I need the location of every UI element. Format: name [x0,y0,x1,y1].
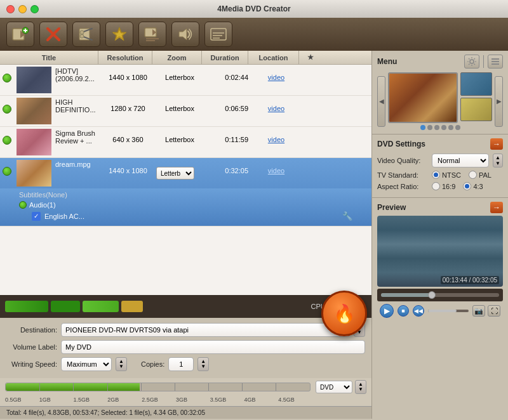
row-status-icon [0,96,14,114]
video-quality-select[interactable]: Normal High Low [432,154,489,167]
storage-label: 4.5GB [278,397,295,403]
quality-stepper[interactable]: ▲ ▼ [493,154,503,167]
table-row[interactable]: [HDTV] (2006.09.2... 1440 x 1080 Letterb… [0,65,371,96]
menu-small-thumb-1[interactable] [460,72,492,96]
dvd-format-select[interactable]: DVD DVD-DL BD [316,381,352,393]
window-controls [6,5,39,13]
copies-input[interactable] [168,357,194,371]
menu-next-button[interactable]: ▶ [495,76,503,127]
row-zoom: Letterbox [155,127,204,146]
menu-small-thumb-2[interactable] [460,98,492,121]
aspect-ratio-row: Aspect Ratio: 16:9 4:3 [377,182,503,190]
row-location: video [251,158,302,177]
aspect-ratio-radio-group: 16:9 4:3 [432,182,483,190]
location-link[interactable]: video [268,105,284,112]
row-resolution: 640 x 360 [101,127,155,146]
col-zoom: Zoom [152,51,202,64]
subtitle-button[interactable] [204,22,232,47]
minimize-button[interactable] [18,5,27,13]
preview-arrow-button[interactable]: → [490,202,503,213]
table-row[interactable]: dream.mpg 1440 x 1080 Letterb Letterbox … [0,158,371,226]
remove-button[interactable] [39,22,67,47]
preview-controls: ▶ ■ ◀◀ 📷 ⛶ [377,301,503,318]
col-star: ★ [299,51,321,64]
zoom-select[interactable]: Letterb Letterbox Pan & Scan Full [156,167,194,180]
ntsc-radio-circle [432,171,440,179]
preview-scrubber[interactable] [428,291,436,299]
file-list: Title Resolution Zoom Duration Location … [0,51,371,295]
menu-prev-button[interactable]: ◀ [377,76,385,127]
storage-bar-area: DVD DVD-DL BD ▲ ▼ [0,378,371,396]
subtitle-row: Subtitles(None) [19,191,352,199]
tv-standard-label: TV Standard: [377,171,428,179]
add-video-button[interactable] [6,22,34,47]
ar-4-3-radio[interactable]: 4:3 [463,182,483,190]
menu-dot[interactable] [455,125,460,130]
menu-dot[interactable] [448,125,453,130]
stepper-down-icon: ▼ [358,387,363,392]
stepper-down-icon: ▼ [119,364,124,369]
dvd-settings-arrow-button[interactable]: → [490,138,503,150]
preview-video: 00:13:44 / 00:32:05 [377,216,503,287]
video-quality-label: Video Quality: [377,157,428,164]
file-list-header: Title Resolution Zoom Duration Location … [0,51,371,65]
audio-button[interactable] [171,22,199,47]
row-thumbnail [17,67,51,93]
menu-thumbs-row [388,72,492,123]
row-duration: 0:06:59 [204,96,251,115]
destination-input[interactable] [61,323,350,337]
menu-dot[interactable] [441,125,446,130]
list-tool-button[interactable] [488,55,503,69]
ar-16-9-radio-circle [432,182,440,190]
location-link[interactable]: video [268,74,284,81]
ar-16-9-label: 16:9 [442,183,455,190]
effects-button[interactable] [105,22,133,47]
chapter-button[interactable] [138,22,166,47]
row-location: video [251,96,302,115]
maximize-button[interactable] [30,5,39,13]
row-thumbnail [17,160,51,187]
fullscreen-button[interactable]: ⛶ [488,305,500,317]
stop-button[interactable]: ■ [398,305,409,317]
play-button[interactable]: ▶ [380,304,394,318]
storage-label: 2GB [107,397,119,403]
audio-settings-icon[interactable]: 🔧 [342,211,352,221]
copies-stepper[interactable]: ▲ ▼ [197,357,209,371]
dvd-format-stepper[interactable]: ▲ ▼ [355,380,366,394]
settings-tool-button[interactable] [464,55,479,69]
menu-dot[interactable] [420,125,425,130]
table-row[interactable]: Sigma Brush Review + ... 640 x 360 Lette… [0,127,371,158]
pal-radio[interactable]: PAL [469,171,491,179]
pal-label: PAL [479,171,491,179]
writing-speed-stepper[interactable]: ▲ ▼ [116,357,127,371]
menu-section-title: Menu [377,57,397,66]
trim-button[interactable] [72,22,100,47]
close-button[interactable] [6,5,15,13]
menu-dot[interactable] [427,125,432,130]
menu-dot[interactable] [434,125,439,130]
menu-thumbnails: ◀ [377,72,503,130]
writing-speed-select[interactable]: Maximum 8x 4x 2x [61,357,112,371]
ntsc-radio[interactable]: NTSC [432,171,461,179]
preview-section: Preview → 00:13:44 / 00:32:05 ▶ ■ ◀◀ [372,197,508,419]
destination-area: Destination: ▲ ▼ Volume Label: Writing S… [0,318,371,378]
right-panel: Menu ◀ [371,51,508,419]
preview-track[interactable] [381,293,499,297]
menu-main-thumbnail[interactable] [388,72,458,123]
row-zoom[interactable]: Letterb Letterbox Pan & Scan Full [155,158,204,182]
audio-status-icon [19,201,27,209]
svg-marker-18 [179,29,187,40]
rewind-button[interactable]: ◀◀ [413,305,424,317]
audio-label: Audio(1) [29,201,56,209]
menu-section-header: Menu [377,55,503,69]
svg-point-10 [80,30,84,34]
table-row[interactable]: HIGH DEFINITIO... 1280 x 720 Letterbox 0… [0,96,371,127]
screenshot-button[interactable]: 📷 [472,305,485,317]
volume-label-input[interactable] [61,340,365,354]
audio-track-checkbox[interactable]: ✓ [32,212,41,221]
volume-slider[interactable] [428,310,469,312]
location-link[interactable]: video [268,136,284,143]
ar-16-9-radio[interactable]: 16:9 [432,182,455,190]
location-link[interactable]: video [268,167,284,174]
burn-button[interactable]: 🔥 [321,291,367,336]
